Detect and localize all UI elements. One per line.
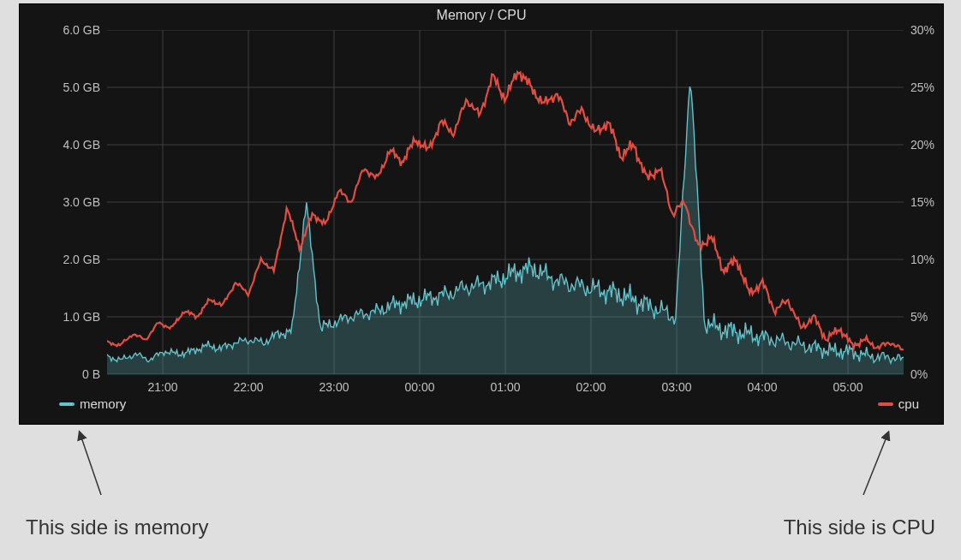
- caption-left: This side is memory: [26, 515, 208, 539]
- legend-label-cpu: cpu: [898, 396, 919, 411]
- arrow-left-icon: [55, 426, 106, 503]
- y-left-tick: 5.0 GB: [32, 80, 100, 94]
- svg-text:04:00: 04:00: [747, 380, 777, 394]
- svg-text:05:00: 05:00: [833, 380, 863, 394]
- y-left-tick: 0 B: [32, 367, 100, 381]
- svg-text:22:00: 22:00: [233, 380, 263, 394]
- y-left-tick: 4.0 GB: [32, 138, 100, 152]
- y-right-tick: 0%: [910, 367, 928, 381]
- svg-line-26: [863, 435, 887, 495]
- y-right-tick: 5%: [910, 310, 928, 324]
- y-left-tick: 1.0 GB: [32, 310, 100, 324]
- svg-text:21:00: 21:00: [147, 380, 177, 394]
- y-right-tick: 20%: [910, 138, 934, 152]
- legend-item-cpu[interactable]: cpu: [878, 396, 919, 411]
- legend-item-memory[interactable]: memory: [59, 396, 126, 411]
- y-left-tick: 6.0 GB: [32, 23, 100, 37]
- legend-label-memory: memory: [80, 396, 126, 411]
- y-left-tick: 2.0 GB: [32, 253, 100, 266]
- chart-title: Memory / CPU: [20, 8, 943, 23]
- chart-panel: Memory / CPU 21:0022:0023:0000:0001:0002…: [19, 3, 944, 425]
- svg-text:00:00: 00:00: [404, 380, 434, 394]
- svg-text:01:00: 01:00: [490, 380, 520, 394]
- chart-svg: 21:0022:0023:0000:0001:0002:0003:0004:00…: [107, 30, 904, 398]
- legend-swatch-memory: [59, 402, 75, 406]
- y-left-tick: 3.0 GB: [32, 195, 100, 209]
- plot-area: 21:0022:0023:0000:0001:0002:0003:0004:00…: [107, 30, 904, 374]
- caption-right: This side is CPU: [784, 515, 935, 539]
- y-right-tick: 25%: [910, 80, 934, 94]
- y-right-tick: 15%: [910, 195, 934, 209]
- svg-text:23:00: 23:00: [319, 380, 349, 394]
- page: { "panel": { "title": "Memory / CPU", "l…: [0, 0, 961, 560]
- y-right-tick: 10%: [910, 253, 934, 266]
- svg-text:03:00: 03:00: [661, 380, 691, 394]
- arrow-right-icon: [858, 426, 910, 503]
- legend: memory cpu: [20, 396, 943, 419]
- y-right-tick: 30%: [910, 23, 934, 37]
- legend-swatch-cpu: [878, 402, 893, 406]
- svg-line-25: [81, 435, 101, 495]
- svg-text:02:00: 02:00: [576, 380, 606, 394]
